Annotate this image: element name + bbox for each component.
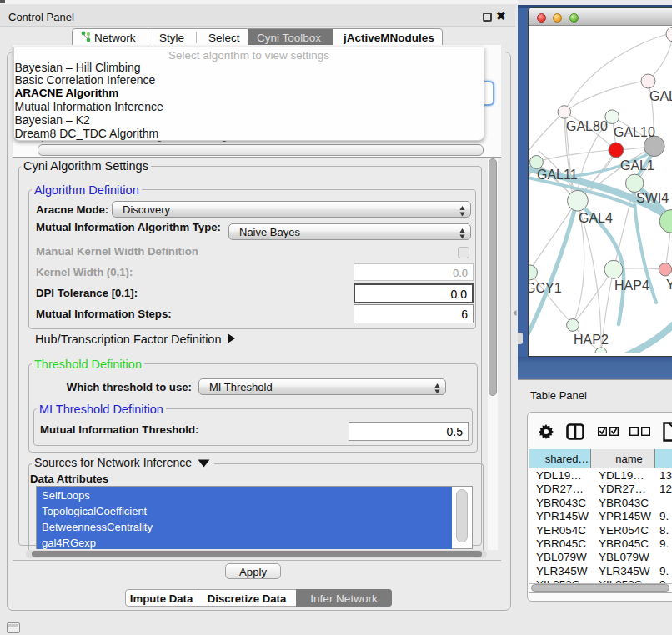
svg-text:GAL4: GAL4 [579, 211, 613, 225]
svg-text:SWI4: SWI4 [636, 191, 669, 205]
svg-text:GAL2: GAL2 [649, 89, 672, 103]
svg-text:HAP4: HAP4 [614, 278, 649, 292]
svg-text:GAL10: GAL10 [614, 125, 655, 139]
svg-text:GAL11: GAL11 [537, 168, 578, 182]
svg-text:HAP2: HAP2 [574, 332, 609, 347]
svg-text:YD: YD [666, 278, 672, 292]
svg-text:GAL1: GAL1 [620, 158, 654, 172]
svg-text:GAL80: GAL80 [566, 119, 608, 133]
svg-text:GCY1: GCY1 [529, 281, 562, 295]
